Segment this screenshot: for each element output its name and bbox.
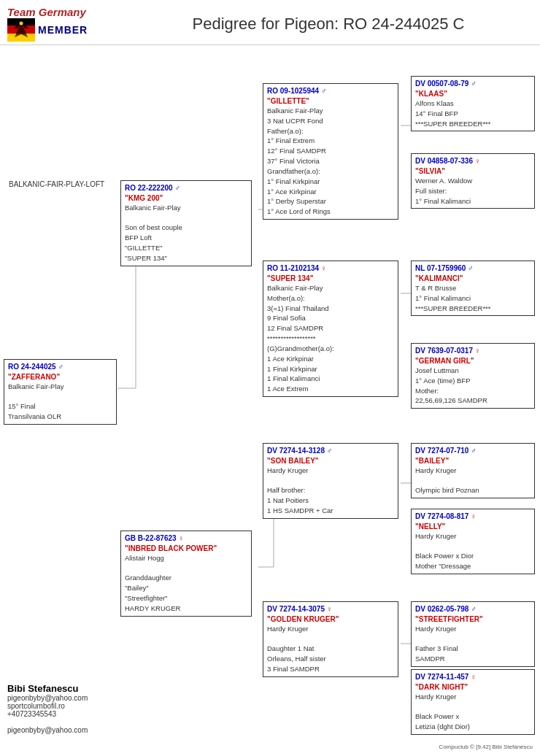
sire-dam-loft: Balkanic Fair-Play <box>267 284 323 292</box>
eagle-icon <box>7 18 35 42</box>
loft-label: BALKANIC-FAIR-PLAY-LOFT <box>9 180 104 188</box>
dss-loft: Hardy Kruger <box>415 466 457 474</box>
logo-area: Team Germany MEMBER <box>7 6 124 42</box>
sire-dam-sex-icon <box>321 264 327 272</box>
dds-loft: Hardy Kruger <box>415 625 457 633</box>
ddd-name: "DARK NIGHT" <box>415 683 468 691</box>
ssd-sex-icon <box>475 157 481 165</box>
page-title: Pedigree for Pigeon: RO 24-244025 C <box>124 15 533 34</box>
sds-loft: T & R Brusse <box>415 284 456 292</box>
dam-sire-dam-pigeon: DV 7274-08-817 "NELLY" Hardy Kruger Blac… <box>411 509 535 574</box>
dss-info: Olympic bird Poznan <box>415 486 479 494</box>
sire-dam-info: Mother(a.o): 3(=1) Final Thailand 9 Fina… <box>267 294 334 393</box>
dam-sire-sire-pigeon: DV 7274-07-710 "BAILEY" Hardy Kruger Oly… <box>411 443 535 498</box>
subject-sex-icon <box>58 363 63 371</box>
dam-sire-name: "SON BAILEY" <box>267 457 319 465</box>
logo-eagle-area: MEMBER <box>7 18 88 42</box>
ddd-loft: Hardy Kruger <box>415 693 457 701</box>
sss-loft: Alfons Klaas <box>415 99 454 107</box>
ddd-sex-icon <box>471 673 477 681</box>
ssd-ring: DV 04858-07-336 <box>415 157 473 165</box>
ssd-name: "SILVIA" <box>415 167 445 175</box>
sire-dam-dam-pigeon: DV 7639-07-0317 "GERMAN GIRL" Josef Lutt… <box>411 343 535 409</box>
dsd-info: Black Power x Dior Mother "Dressage <box>415 552 474 570</box>
sire-sire-info: 3 Nat UCPR Fond Father(a.o): 1° Final Ex… <box>267 117 331 215</box>
dds-ring: DV 0262-05-798 <box>415 605 468 613</box>
svg-point-6 <box>20 22 23 26</box>
sire-dam-ring: RO 11-2102134 <box>267 264 319 272</box>
dam-name: "INBRED BLACK POWER" <box>125 544 217 552</box>
page-header: Team Germany MEMBER Pedigree for Pigeon:… <box>0 0 540 45</box>
dam-sex-icon <box>178 534 184 542</box>
subject-name: "ZAFFERANO" <box>8 373 60 381</box>
dds-info: Father 3 Final SAMDPR <box>415 644 458 663</box>
subject-loft: Balkanic Fair-Play <box>8 382 64 390</box>
dam-dam-info: Daughter 1 Nat Orleans, Half sister 3 Fi… <box>267 644 326 673</box>
sire-sire-name: "GILLETTE" <box>267 97 309 105</box>
dds-sex-icon <box>471 605 477 613</box>
member-label: MEMBER <box>38 24 88 36</box>
sire-dam-name: "SUPER 134" <box>267 274 313 282</box>
footer-copyright: Compuclub © [9.42] Bibi Stefanescu <box>439 744 533 750</box>
sds-name: "KALIMANCI" <box>415 274 463 282</box>
sire-sire-loft: Balkanic Fair-Play <box>267 107 323 115</box>
dsd-loft: Hardy Kruger <box>415 532 457 540</box>
dam-sire-info: Half brother: 1 Nat Poitiers 1 HS SAMDPR… <box>267 486 333 514</box>
dam-dam-loft: Hardy Kruger <box>267 625 309 633</box>
footer-area: Bibi Stefanescu pigeonbyby@yahoo.com spo… <box>7 683 88 734</box>
dsd-sex-icon <box>471 512 477 520</box>
dss-ring: DV 7274-07-710 <box>415 447 468 455</box>
sdd-sex-icon <box>475 347 481 355</box>
dds-name: "STREETFIGHTER" <box>415 615 483 623</box>
subject-pigeon: RO 24-244025 "ZAFFERANO" Balkanic Fair-P… <box>4 359 117 425</box>
dam-dam-sex-icon <box>327 605 333 613</box>
dam-dam-pigeon: DV 7274-14-3075 "GOLDEN KRUGER" Hardy Kr… <box>263 601 398 677</box>
footer-website: sportcolumbofil.ro <box>7 702 88 710</box>
sire-ring: RO 22-222200 <box>125 184 173 192</box>
sds-ring: NL 07-1759960 <box>415 264 466 272</box>
dam-loft: Alistair Hogg <box>125 554 164 562</box>
sdd-info: 1° Ace (time) BFP Mother: 22,56,69,126 S… <box>415 377 487 405</box>
dam-dam-sire-pigeon: DV 0262-05-798 "STREETFIGHTER" Hardy Kru… <box>411 601 535 667</box>
sire-dam-sire-pigeon: NL 07-1759960 "KALIMANCI" T & R Brusse 1… <box>411 261 535 316</box>
sire-sire-dam-pigeon: DV 04858-07-336 "SILVIA" Werner A. Waldo… <box>411 153 535 209</box>
dss-sex-icon <box>471 447 477 455</box>
ddd-info: Black Power x Letizia (dght Dior) <box>415 712 470 730</box>
dss-name: "BAILEY" <box>415 457 449 465</box>
dam-sire-loft: Hardy Kruger <box>267 466 309 474</box>
owner-name: Bibi Stefanescu <box>7 683 88 694</box>
sire-sex-icon <box>174 184 180 192</box>
dam-info: Granddaughter "Bailey" "Streetfighter" H… <box>125 574 180 612</box>
dam-sire-ring: DV 7274-14-3128 <box>267 447 325 455</box>
sdd-ring: DV 7639-07-0317 <box>415 347 473 355</box>
sire-sire-pigeon: RO 09-1025944 "GILLETTE" Balkanic Fair-P… <box>263 83 398 220</box>
pedigree-area: BALKANIC-FAIR-PLAY-LOFT RO 24-244025 "ZA… <box>0 45 540 702</box>
dsd-ring: DV 7274-08-817 <box>415 512 468 520</box>
sire-info: Son of best couple BFP Loft "GILLETTE" "… <box>125 223 182 261</box>
ssd-info: Full sister: 1° Final Kalimanci <box>415 187 471 205</box>
sire-sire-sex-icon <box>321 87 327 95</box>
sire-pigeon: RO 22-222200 "KMG 200" Balkanic Fair-Pla… <box>120 180 252 266</box>
sire-dam-pigeon: RO 11-2102134 "SUPER 134" Balkanic Fair-… <box>263 261 398 397</box>
sss-ring: DV 00507-08-79 <box>415 80 468 88</box>
svg-rect-2 <box>7 34 35 42</box>
dam-dam-ring: DV 7274-14-3075 <box>267 605 325 613</box>
sire-sire-sire-pigeon: DV 00507-08-79 "KLAAS" Alfons Klaas 14° … <box>411 76 535 131</box>
footer-email1: pigeonbyby@yahoo.com <box>7 694 88 702</box>
footer-phone: +40723345543 <box>7 710 88 718</box>
footer-email2: pigeonbyby@yahoo.com <box>7 726 88 734</box>
sss-name: "KLAAS" <box>415 90 447 98</box>
sdd-name: "GERMAN GIRL" <box>415 357 474 365</box>
dsd-name: "NELLY" <box>415 522 445 531</box>
dam-sire-sex-icon <box>327 447 333 455</box>
sdd-loft: Josef Luttman <box>415 366 459 374</box>
sire-sire-ring: RO 09-1025944 <box>267 87 319 95</box>
ssd-loft: Werner A. Waldow <box>415 177 472 185</box>
dam-pigeon: GB B-22-87623 "INBRED BLACK POWER" Alist… <box>120 531 252 617</box>
subject-ring: RO 24-244025 <box>8 363 56 371</box>
dam-dam-dam-pigeon: DV 7274-11-457 "DARK NIGHT" Hardy Kruger… <box>411 669 535 735</box>
sds-sex-icon <box>468 264 474 272</box>
team-germany-label: Team Germany <box>7 6 86 18</box>
subject-info: 15° Final Transilvania OLR <box>8 402 61 420</box>
dam-ring: GB B-22-87623 <box>125 534 177 542</box>
